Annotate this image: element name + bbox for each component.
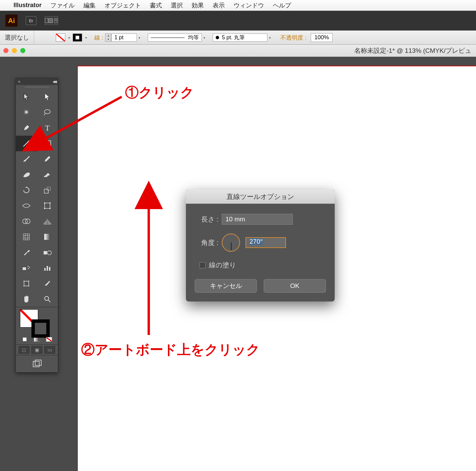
stroke-weight-stepper[interactable]: ▲▼ <box>105 33 111 42</box>
gradient-tool[interactable] <box>37 229 58 245</box>
stroke-dropdown[interactable]: ▾ <box>84 36 88 40</box>
ok-button[interactable]: OK <box>264 279 326 293</box>
svg-point-19 <box>29 267 30 268</box>
svg-point-20 <box>28 268 29 269</box>
app-bar: Ai Br ▼ <box>0 11 476 30</box>
line-tool-options-dialog: 直線ツールオプション 長さ : 角度 : 270° 線の塗り キャンセル OK <box>186 189 335 301</box>
stroke-profile-value[interactable]: 均等 <box>148 33 202 42</box>
brush-value[interactable]: 5 pt. 丸筆 <box>213 33 267 42</box>
artboard-tool[interactable] <box>16 276 37 291</box>
menu-object[interactable]: オブジェクト <box>104 1 141 9</box>
svg-rect-17 <box>23 267 26 270</box>
svg-line-26 <box>48 300 50 302</box>
svg-rect-24 <box>24 281 29 286</box>
workspace: × ◀◀ ✴ T <box>0 58 476 471</box>
line-segment-tool[interactable] <box>16 136 37 151</box>
selection-tool[interactable] <box>16 89 37 105</box>
mesh-tool[interactable] <box>16 229 37 245</box>
minimize-window-icon[interactable] <box>12 48 17 53</box>
menu-window[interactable]: ウィンドウ <box>234 1 264 9</box>
angle-dial[interactable] <box>222 233 240 252</box>
symbol-sprayer-tool[interactable] <box>16 260 37 276</box>
menu-view[interactable]: 表示 <box>213 1 225 9</box>
column-graph-tool[interactable] <box>37 260 58 276</box>
cancel-button[interactable]: キャンセル <box>195 279 257 293</box>
panel-grip-icon[interactable] <box>16 85 58 89</box>
blob-brush-tool[interactable] <box>16 167 37 182</box>
svg-point-9 <box>44 208 45 209</box>
panel-close-icon[interactable]: × <box>18 79 21 84</box>
svg-point-7 <box>44 202 45 204</box>
svg-rect-22 <box>47 266 48 271</box>
free-transform-tool[interactable] <box>37 198 58 214</box>
width-tool[interactable] <box>16 198 37 214</box>
panel-collapse-icon[interactable]: ◀◀ <box>21 80 56 84</box>
magic-wand-tool[interactable]: ✴ <box>16 105 37 120</box>
zoom-window-icon[interactable] <box>20 48 25 53</box>
full-screen-menu-icon[interactable]: ▣ <box>31 346 42 354</box>
svg-rect-27 <box>33 361 39 367</box>
angle-input[interactable]: 270° <box>245 237 286 248</box>
stroke-profile-dropdown[interactable]: ▾ <box>202 36 207 40</box>
menu-effect[interactable]: 効果 <box>192 1 204 9</box>
color-mode-icon[interactable] <box>19 334 31 344</box>
menu-type[interactable]: 書式 <box>150 1 162 9</box>
pen-tool[interactable] <box>16 120 37 136</box>
length-input[interactable] <box>222 214 293 225</box>
selection-status: 選択なし <box>0 33 34 42</box>
svg-rect-21 <box>44 268 46 271</box>
hand-tool[interactable] <box>16 291 37 307</box>
menu-file[interactable]: ファイル <box>50 1 75 9</box>
svg-rect-3 <box>44 176 47 177</box>
control-bar: 選択なし ▾ ▾ 線 : ▲▼ 1 pt ▾ 均等 ▾ 5 pt. 丸筆 ▾ 不… <box>0 30 476 45</box>
scale-tool[interactable] <box>37 182 58 198</box>
svg-point-8 <box>49 202 51 204</box>
svg-rect-23 <box>49 267 50 271</box>
pencil-tool[interactable] <box>37 151 58 167</box>
annotation-arrow-1-icon <box>38 95 126 147</box>
rotate-tool[interactable] <box>16 182 37 198</box>
window-controls <box>3 48 25 53</box>
menu-help[interactable]: ヘルプ <box>273 1 291 9</box>
fill-swatch[interactable] <box>56 33 65 42</box>
stroke-swatch[interactable] <box>73 33 82 42</box>
normal-screen-icon[interactable]: ◻ <box>19 346 29 354</box>
annotation-arrow-2-icon <box>139 200 159 340</box>
svg-line-29 <box>43 97 122 140</box>
slice-tool[interactable] <box>37 276 58 291</box>
svg-point-18 <box>28 266 29 267</box>
menubar-app-name[interactable]: Illustrator <box>14 2 42 9</box>
fill-dropdown[interactable]: ▾ <box>67 36 71 40</box>
full-screen-icon[interactable]: ▭ <box>44 346 55 354</box>
menu-select[interactable]: 選択 <box>171 1 183 9</box>
stroke-weight-dropdown[interactable]: ▾ <box>137 36 142 40</box>
shape-builder-tool[interactable] <box>16 214 37 229</box>
svg-point-12 <box>25 219 30 224</box>
opacity-value[interactable]: 100% <box>311 33 333 42</box>
fill-stroke-control[interactable] <box>16 307 58 334</box>
brush-dropdown[interactable]: ▾ <box>267 36 272 40</box>
blend-tool[interactable] <box>37 245 58 260</box>
stroke-weight-value[interactable]: 1 pt <box>111 33 137 42</box>
svg-line-1 <box>23 140 29 147</box>
paintbrush-tool[interactable] <box>16 151 37 167</box>
svg-point-11 <box>23 219 27 224</box>
stroke-color-icon[interactable] <box>31 319 50 338</box>
svg-rect-28 <box>35 360 41 365</box>
svg-rect-5 <box>47 187 50 190</box>
eraser-tool[interactable] <box>37 167 58 182</box>
eyedropper-tool[interactable] <box>16 245 37 260</box>
close-window-icon[interactable] <box>3 48 8 53</box>
fill-line-checkbox[interactable] <box>199 262 206 268</box>
opacity-label: 不透明度 : <box>272 34 308 42</box>
bridge-icon[interactable]: Br <box>26 16 37 25</box>
menu-edit[interactable]: 編集 <box>84 1 96 9</box>
svg-rect-14 <box>44 234 50 240</box>
svg-point-25 <box>45 296 49 300</box>
perspective-grid-tool[interactable] <box>37 214 58 229</box>
fill-line-label: 線の塗り <box>209 261 236 270</box>
workspace-layout-button[interactable]: ▼ <box>45 16 58 25</box>
change-screen-mode-icon[interactable] <box>16 355 58 372</box>
svg-rect-13 <box>23 234 29 240</box>
zoom-tool[interactable] <box>37 291 58 307</box>
